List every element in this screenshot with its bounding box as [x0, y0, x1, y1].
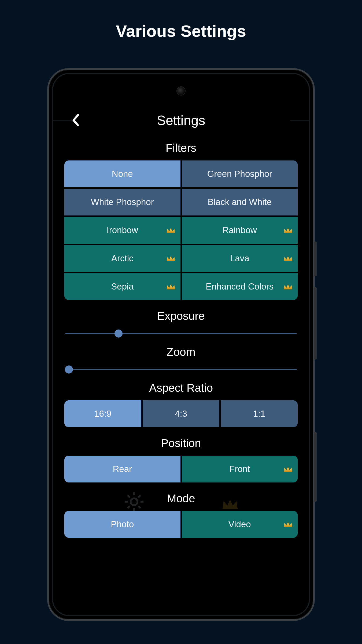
- crown-icon: [166, 226, 176, 234]
- filter-option[interactable]: Rainbow: [182, 217, 298, 244]
- phone-bezel: Settings Filters NoneGreen PhosphorWhite…: [52, 73, 310, 616]
- position-option[interactable]: Rear: [64, 456, 180, 482]
- page-title: Various Settings: [0, 0, 362, 41]
- filter-option[interactable]: Arctic: [64, 245, 180, 272]
- mode-section: Mode PhotoVideo: [64, 492, 298, 538]
- filter-option-label: White Phosphor: [91, 197, 154, 207]
- filter-option[interactable]: None: [64, 160, 180, 187]
- crown-icon: [283, 520, 293, 528]
- section-title-mode: Mode: [64, 492, 298, 505]
- header: Settings: [64, 106, 298, 132]
- position-option[interactable]: Front: [182, 456, 298, 482]
- filter-option[interactable]: Sepia: [64, 273, 180, 300]
- section-title-position: Position: [64, 437, 298, 450]
- filter-option-label: Black and White: [208, 197, 272, 207]
- filter-option[interactable]: Lava: [182, 245, 298, 272]
- filter-option-label: Lava: [230, 253, 249, 264]
- position-option-label: Rear: [113, 464, 132, 474]
- mode-grid: PhotoVideo: [64, 511, 298, 538]
- aspect-ratio-option[interactable]: 4:3: [143, 400, 220, 427]
- phone-side-button: [314, 287, 317, 360]
- screen-title: Settings: [64, 113, 298, 128]
- mode-option[interactable]: Photo: [64, 511, 180, 538]
- aspect-ratio-grid: 16:94:31:1: [64, 400, 298, 427]
- crown-icon: [221, 498, 239, 512]
- filter-option-label: Sepia: [111, 281, 134, 292]
- section-title-exposure: Exposure: [64, 310, 298, 323]
- mode-option-label: Video: [228, 519, 251, 529]
- filter-option[interactable]: White Phosphor: [64, 189, 180, 215]
- filter-option[interactable]: Enhanced Colors: [182, 273, 298, 300]
- crown-icon: [283, 465, 293, 473]
- slider-track: [65, 333, 297, 334]
- filter-option-label: Enhanced Colors: [206, 281, 274, 292]
- section-title-filters: Filters: [64, 142, 298, 155]
- crown-icon: [283, 226, 293, 234]
- crown-icon: [283, 283, 293, 290]
- gear-icon: [123, 491, 145, 514]
- svg-point-0: [131, 498, 138, 505]
- filter-option-label: Arctic: [111, 253, 134, 264]
- aspect-ratio-option-label: 1:1: [253, 409, 265, 419]
- filters-grid: NoneGreen PhosphorWhite PhosphorBlack an…: [64, 160, 298, 300]
- crown-icon: [283, 254, 293, 262]
- aspect-ratio-option[interactable]: 16:9: [64, 400, 141, 427]
- phone-frame: Settings Filters NoneGreen PhosphorWhite…: [47, 68, 315, 621]
- section-title-zoom: Zoom: [64, 346, 298, 358]
- filter-option-label: Green Phosphor: [207, 169, 272, 179]
- position-option-label: Front: [229, 464, 250, 474]
- slider-thumb[interactable]: [65, 365, 73, 374]
- zoom-slider[interactable]: [65, 365, 297, 374]
- aspect-ratio-option-label: 16:9: [94, 409, 111, 419]
- exposure-slider[interactable]: [65, 330, 297, 338]
- aspect-ratio-option-label: 4:3: [175, 409, 187, 419]
- chevron-left-icon: [72, 114, 80, 126]
- filter-option[interactable]: Green Phosphor: [182, 160, 298, 187]
- back-button[interactable]: [68, 112, 84, 128]
- section-title-aspect-ratio: Aspect Ratio: [64, 382, 298, 394]
- filter-option-label: Ironbow: [107, 225, 138, 235]
- slider-track: [65, 369, 297, 370]
- mode-option-label: Photo: [111, 519, 134, 529]
- position-grid: RearFront: [64, 456, 298, 482]
- crown-icon: [166, 254, 176, 262]
- filter-option[interactable]: Black and White: [182, 189, 298, 215]
- crown-icon: [166, 283, 176, 290]
- filter-option[interactable]: Ironbow: [64, 217, 180, 244]
- mode-option[interactable]: Video: [182, 511, 298, 538]
- phone-side-button: [314, 432, 317, 502]
- filter-option-label: Rainbow: [223, 225, 257, 235]
- filter-option-label: None: [112, 169, 133, 179]
- phone-side-button: [314, 241, 317, 276]
- aspect-ratio-option[interactable]: 1:1: [221, 400, 298, 427]
- app-screen: Settings Filters NoneGreen PhosphorWhite…: [53, 74, 309, 615]
- slider-thumb[interactable]: [114, 330, 123, 338]
